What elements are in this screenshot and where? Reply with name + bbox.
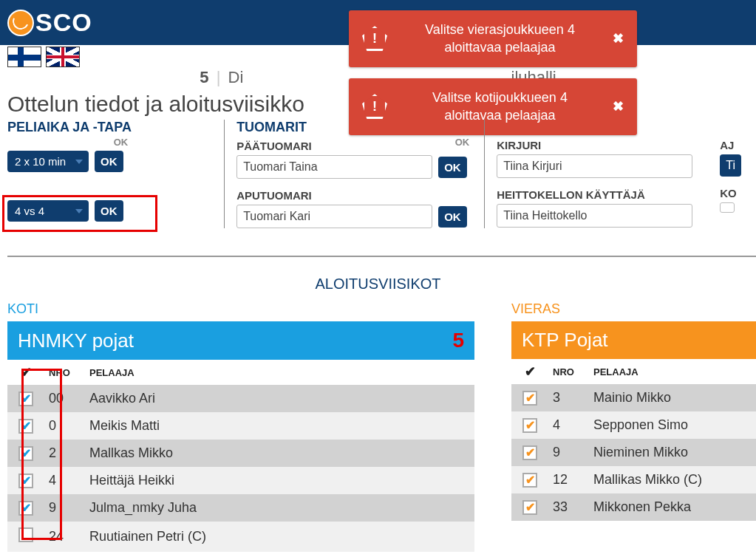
- kirjuri-label: KIRJURI: [497, 139, 701, 151]
- logo-icon: [7, 10, 34, 36]
- aloitusviisikot-heading: ALOITUSVIISIKOT: [0, 276, 756, 293]
- table-row[interactable]: 0Meikis Matti: [7, 412, 474, 440]
- col-nro: NRO: [548, 359, 589, 384]
- paatuomari-ok-button[interactable]: OK: [438, 157, 467, 178]
- duration-ok-button[interactable]: OK: [95, 151, 123, 172]
- col-pelaaja: PELAAJA: [589, 359, 756, 384]
- aja-label: AJ: [720, 139, 741, 151]
- away-roster-table: NRO PELAAJA 3Mainio Mikko 4Sepponen Simo…: [511, 359, 756, 521]
- checkbox[interactable]: [522, 391, 537, 406]
- aja-input[interactable]: Ti: [720, 154, 741, 177]
- toast-message: Valitse vierasjoukkueen 4aloittavaa pela…: [401, 21, 599, 57]
- aputuomari-label: APUTUOMARI: [236, 189, 469, 202]
- warning-icon: [362, 26, 387, 51]
- ok-header: OK: [455, 137, 470, 155]
- language-flags: [7, 47, 80, 67]
- warning-icon: [362, 94, 387, 119]
- flag-fi-icon[interactable]: [7, 47, 41, 67]
- ok-header: OK: [7, 137, 128, 148]
- col-check[interactable]: [7, 360, 44, 385]
- tuomarit-section-label: TUOMARIT: [236, 120, 469, 135]
- table-row[interactable]: 2Mallkas Mikko: [7, 440, 474, 467]
- checkbox[interactable]: [522, 473, 537, 488]
- close-icon[interactable]: ✖: [613, 30, 624, 47]
- table-row[interactable]: 24Ruutiainen Petri (C): [7, 522, 474, 552]
- away-team-banner: KTP Pojat: [511, 321, 756, 359]
- format-select[interactable]: 4 vs 4: [7, 200, 89, 222]
- home-side-label: KOTI: [7, 301, 474, 317]
- table-row[interactable]: 00Aavikko Ari: [7, 385, 474, 412]
- kon-input[interactable]: [720, 202, 735, 213]
- table-row[interactable]: 12Mallikas Mikko (C): [511, 466, 756, 493]
- home-roster-table: NRO PELAAJA 00Aavikko Ari 0Meikis Matti …: [7, 360, 474, 552]
- checkbox[interactable]: [522, 500, 537, 515]
- paatuomari-input[interactable]: Tuomari Taina: [236, 155, 432, 179]
- col-check[interactable]: [511, 359, 548, 384]
- col-pelaaja: PELAAJA: [85, 360, 474, 385]
- checkbox[interactable]: [522, 445, 537, 460]
- table-row[interactable]: 3Mainio Mikko: [511, 384, 756, 411]
- toast-away-players: Valitse vierasjoukkueen 4aloittavaa pela…: [349, 10, 637, 67]
- checkbox[interactable]: [18, 446, 33, 461]
- paatuomari-label: PÄÄTUOMARI: [236, 140, 312, 152]
- table-row[interactable]: 9Julma_nmky Juha: [7, 494, 474, 522]
- table-row[interactable]: 4Heittäjä Heikki: [7, 467, 474, 494]
- home-team-banner: HNMKY pojat 5: [7, 321, 474, 360]
- peliaika-section-label: PELIAIKA JA -TAPA: [7, 120, 209, 135]
- home-team-name: HNMKY pojat: [18, 329, 134, 352]
- page-title: Ottelun tiedot ja aloitusviisikko: [7, 92, 304, 117]
- aputuomari-input[interactable]: Tuomari Kari: [236, 205, 432, 228]
- home-selected-count: 5: [452, 329, 464, 352]
- col-nro: NRO: [44, 360, 85, 385]
- table-row[interactable]: 33Mikkonen Pekka: [511, 493, 756, 521]
- checkbox[interactable]: [18, 501, 33, 516]
- heittokello-input[interactable]: Tiina Heittokello: [497, 204, 692, 228]
- heittokello-label: HEITTOKELLON KÄYTTÄJÄ: [497, 188, 701, 201]
- logo-text: SCO: [35, 8, 92, 37]
- divider: [7, 256, 756, 257]
- format-ok-button[interactable]: OK: [95, 200, 123, 222]
- table-row[interactable]: 4Sepponen Simo: [511, 411, 756, 439]
- table-row[interactable]: 9Nieminen Mikko: [511, 439, 756, 466]
- duration-select[interactable]: 2 x 10 min: [7, 151, 89, 172]
- checkbox[interactable]: [522, 418, 537, 433]
- checkbox[interactable]: [18, 419, 33, 434]
- logo: SCO: [7, 8, 92, 37]
- breadcrumb-text1: Di: [228, 68, 244, 86]
- checkbox[interactable]: [18, 527, 33, 542]
- kirjuri-input[interactable]: Tiina Kirjuri: [497, 154, 692, 178]
- close-icon[interactable]: ✖: [613, 98, 624, 115]
- kon-label: KO: [720, 187, 741, 199]
- flag-uk-icon[interactable]: [46, 47, 80, 67]
- breadcrumb-number: 5: [200, 68, 208, 86]
- aputuomari-ok-button[interactable]: OK: [438, 206, 467, 228]
- away-side-label: VIERAS: [511, 301, 756, 317]
- checkbox[interactable]: [18, 392, 33, 406]
- checkbox[interactable]: [18, 474, 33, 488]
- away-team-name: KTP Pojat: [522, 329, 608, 352]
